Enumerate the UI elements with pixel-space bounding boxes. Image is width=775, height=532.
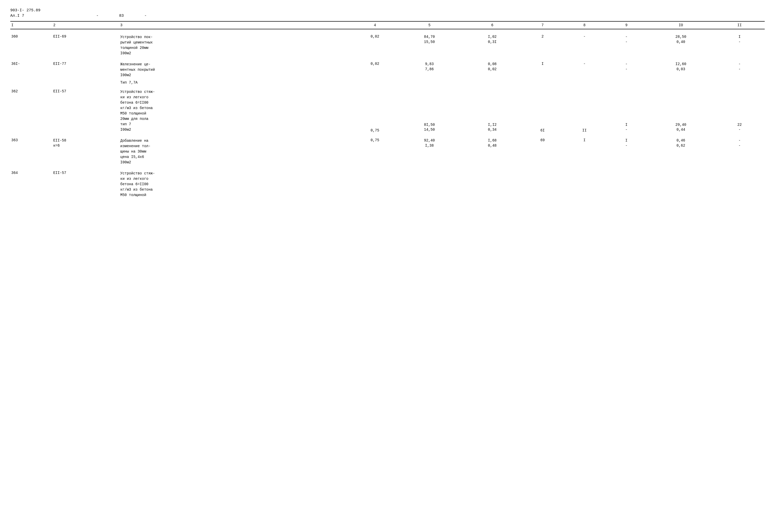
header-line1: 903-I- 275.89	[10, 8, 765, 13]
spacer-row	[10, 134, 765, 137]
row-col6: 0,080,02	[463, 61, 522, 79]
spacer-row	[10, 166, 765, 170]
table-row-note: Тип 7,7А	[10, 79, 765, 86]
col-header-6: 6	[463, 21, 522, 29]
col-header-11: II	[714, 21, 765, 29]
row-id: 363	[10, 137, 52, 166]
row-col6: I,020,3I	[463, 29, 522, 57]
table-row: 360 EII-69 Устройство пок-рытий цементны…	[10, 29, 765, 57]
header-line2: Ал.I 7	[10, 13, 24, 19]
col-header-4: 4	[354, 21, 396, 29]
col-header-9: 9	[606, 21, 647, 29]
row-description: Устройство пок-рытий цементныхтолщиной 2…	[119, 29, 354, 57]
row-col4: 0,75	[354, 137, 396, 166]
row-col5: 9,837,86	[396, 61, 463, 79]
row-code: EII-58к=6	[52, 137, 119, 166]
row-col8: -	[564, 61, 606, 79]
row-description: Тип 7,7А	[119, 79, 354, 86]
row-description: Устройство стяж-ки из легкогобетона 6=II…	[119, 88, 354, 134]
row-col8: -	[564, 29, 606, 57]
row-col5: 84,7015,50	[396, 29, 463, 57]
col-header-2: 2	[52, 21, 119, 29]
row-code	[52, 79, 119, 86]
row-col10: 0,460,62	[647, 137, 715, 166]
row-col11: --	[714, 137, 765, 166]
col-header-10: IO	[647, 21, 715, 29]
column-header-row: I 2 3 4 5 6 7 8 9 IO II	[10, 21, 765, 29]
row-code: EII-57	[52, 88, 119, 134]
row-col4: 0,02	[354, 29, 396, 57]
row-col8: II	[564, 88, 606, 134]
dash2: -	[144, 14, 147, 18]
row-col10: I2,600,03	[647, 61, 715, 79]
row-code: EII-69	[52, 29, 119, 57]
spacer-row	[10, 57, 765, 61]
row-col7: 6I	[522, 88, 564, 134]
row-col11: 22-	[714, 88, 765, 134]
row-id: 362	[10, 88, 52, 134]
row-col11: I-	[714, 29, 765, 57]
row-col9: --	[606, 61, 647, 79]
table-row: 364 EII-57 Устройство стяж-ки из легкого…	[10, 170, 765, 199]
row-col9: I-	[606, 88, 647, 134]
row-col7: 2	[522, 29, 564, 57]
table-row: 362 EII-57 Устройство стяж-ки из легкого…	[10, 88, 765, 134]
page-number: 83	[119, 14, 124, 18]
col-header-3: 3	[119, 21, 354, 29]
page-header: 903-I- 275.89 Ал.I 7 - 83 -	[10, 8, 765, 19]
row-description: Железнение це-ментных покрытийI00м2	[119, 61, 354, 79]
row-id: 364	[10, 170, 52, 199]
row-description: Устройство стяж-ки из легкогобетона 6=II…	[119, 170, 354, 199]
dash1: -	[96, 14, 99, 18]
row-col7: I	[522, 61, 564, 79]
row-col5: 8I,5014,50	[396, 88, 463, 134]
table-row: 36I- EII-77 Железнение це-ментных покрыт…	[10, 61, 765, 79]
row-description: Добавление наизменение тол-щины на 30ммц…	[119, 137, 354, 166]
row-col7: 69	[522, 137, 564, 166]
row-code: EII-57	[52, 170, 119, 199]
row-col6: I,680,48	[463, 137, 522, 166]
row-code: EII-77	[52, 61, 119, 79]
row-col4: 0,75	[354, 88, 396, 134]
col-header-1: I	[10, 21, 52, 29]
row-col10: 28,500,40	[647, 29, 715, 57]
row-col9: I-	[606, 137, 647, 166]
col-header-5: 5	[396, 21, 463, 29]
row-id: 36I-	[10, 61, 52, 79]
col-header-8: 8	[564, 21, 606, 29]
row-col11: --	[714, 61, 765, 79]
row-id: 360	[10, 29, 52, 57]
row-col6: I,I20,34	[463, 88, 522, 134]
col-header-7: 7	[522, 21, 564, 29]
row-col5: 92,40I,38	[396, 137, 463, 166]
row-col4: 0,02	[354, 61, 396, 79]
row-col10: 29,400,44	[647, 88, 715, 134]
spacer-row	[10, 86, 765, 88]
main-table-container: I 2 3 4 5 6 7 8 9 IO II 360 EII-69 Устро…	[10, 21, 765, 199]
row-col8: I	[564, 137, 606, 166]
row-id	[10, 79, 52, 86]
row-col9: --	[606, 29, 647, 57]
table-row: 363 EII-58к=6 Добавление наизменение тол…	[10, 137, 765, 166]
data-table: I 2 3 4 5 6 7 8 9 IO II 360 EII-69 Устро…	[10, 21, 765, 199]
